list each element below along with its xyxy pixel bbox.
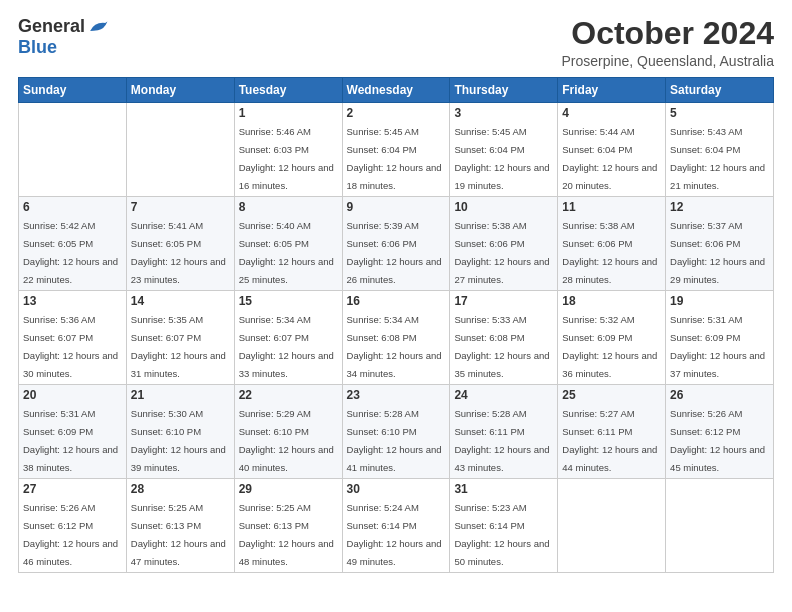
day-sunrise: Sunrise: 5:45 AM	[347, 126, 419, 137]
table-row: 2 Sunrise: 5:45 AM Sunset: 6:04 PM Dayli…	[342, 103, 450, 197]
header-tuesday: Tuesday	[234, 78, 342, 103]
day-sunrise: Sunrise: 5:45 AM	[454, 126, 526, 137]
day-sunrise: Sunrise: 5:37 AM	[670, 220, 742, 231]
day-sunset: Sunset: 6:03 PM	[239, 144, 309, 155]
day-daylight: Daylight: 12 hours and 21 minutes.	[670, 162, 765, 191]
table-row: 13 Sunrise: 5:36 AM Sunset: 6:07 PM Dayl…	[19, 291, 127, 385]
table-row: 29 Sunrise: 5:25 AM Sunset: 6:13 PM Dayl…	[234, 479, 342, 573]
day-sunset: Sunset: 6:09 PM	[562, 332, 632, 343]
day-sunrise: Sunrise: 5:42 AM	[23, 220, 95, 231]
day-sunrise: Sunrise: 5:25 AM	[131, 502, 203, 513]
day-number: 1	[239, 106, 338, 120]
day-number: 18	[562, 294, 661, 308]
table-row: 30 Sunrise: 5:24 AM Sunset: 6:14 PM Dayl…	[342, 479, 450, 573]
table-row: 31 Sunrise: 5:23 AM Sunset: 6:14 PM Dayl…	[450, 479, 558, 573]
header-wednesday: Wednesday	[342, 78, 450, 103]
day-number: 23	[347, 388, 446, 402]
title-block: October 2024 Proserpine, Queensland, Aus…	[562, 16, 774, 69]
day-number: 29	[239, 482, 338, 496]
table-row: 24 Sunrise: 5:28 AM Sunset: 6:11 PM Dayl…	[450, 385, 558, 479]
week-row-1: 1 Sunrise: 5:46 AM Sunset: 6:03 PM Dayli…	[19, 103, 774, 197]
day-daylight: Daylight: 12 hours and 38 minutes.	[23, 444, 118, 473]
day-daylight: Daylight: 12 hours and 29 minutes.	[670, 256, 765, 285]
day-sunset: Sunset: 6:09 PM	[670, 332, 740, 343]
day-number: 9	[347, 200, 446, 214]
day-sunrise: Sunrise: 5:25 AM	[239, 502, 311, 513]
table-row	[19, 103, 127, 197]
day-number: 25	[562, 388, 661, 402]
day-sunset: Sunset: 6:14 PM	[347, 520, 417, 531]
day-daylight: Daylight: 12 hours and 27 minutes.	[454, 256, 549, 285]
day-number: 31	[454, 482, 553, 496]
day-sunset: Sunset: 6:14 PM	[454, 520, 524, 531]
day-daylight: Daylight: 12 hours and 44 minutes.	[562, 444, 657, 473]
header-sunday: Sunday	[19, 78, 127, 103]
table-row	[558, 479, 666, 573]
table-row: 22 Sunrise: 5:29 AM Sunset: 6:10 PM Dayl…	[234, 385, 342, 479]
day-number: 13	[23, 294, 122, 308]
day-daylight: Daylight: 12 hours and 36 minutes.	[562, 350, 657, 379]
day-daylight: Daylight: 12 hours and 22 minutes.	[23, 256, 118, 285]
day-sunset: Sunset: 6:05 PM	[131, 238, 201, 249]
day-sunrise: Sunrise: 5:35 AM	[131, 314, 203, 325]
day-sunset: Sunset: 6:08 PM	[454, 332, 524, 343]
day-sunrise: Sunrise: 5:28 AM	[347, 408, 419, 419]
day-sunrise: Sunrise: 5:26 AM	[23, 502, 95, 513]
table-row: 20 Sunrise: 5:31 AM Sunset: 6:09 PM Dayl…	[19, 385, 127, 479]
table-row: 6 Sunrise: 5:42 AM Sunset: 6:05 PM Dayli…	[19, 197, 127, 291]
day-sunset: Sunset: 6:11 PM	[562, 426, 632, 437]
day-sunrise: Sunrise: 5:44 AM	[562, 126, 634, 137]
day-sunset: Sunset: 6:08 PM	[347, 332, 417, 343]
day-daylight: Daylight: 12 hours and 25 minutes.	[239, 256, 334, 285]
logo-general-text: General	[18, 16, 85, 37]
day-number: 3	[454, 106, 553, 120]
table-row: 12 Sunrise: 5:37 AM Sunset: 6:06 PM Dayl…	[666, 197, 774, 291]
day-sunset: Sunset: 6:04 PM	[562, 144, 632, 155]
day-sunrise: Sunrise: 5:31 AM	[670, 314, 742, 325]
day-sunrise: Sunrise: 5:26 AM	[670, 408, 742, 419]
day-sunset: Sunset: 6:06 PM	[670, 238, 740, 249]
table-row: 16 Sunrise: 5:34 AM Sunset: 6:08 PM Dayl…	[342, 291, 450, 385]
day-sunset: Sunset: 6:04 PM	[347, 144, 417, 155]
logo-blue-text: Blue	[18, 37, 57, 58]
day-sunrise: Sunrise: 5:41 AM	[131, 220, 203, 231]
day-number: 26	[670, 388, 769, 402]
day-daylight: Daylight: 12 hours and 16 minutes.	[239, 162, 334, 191]
day-sunset: Sunset: 6:10 PM	[239, 426, 309, 437]
table-row: 26 Sunrise: 5:26 AM Sunset: 6:12 PM Dayl…	[666, 385, 774, 479]
week-row-3: 13 Sunrise: 5:36 AM Sunset: 6:07 PM Dayl…	[19, 291, 774, 385]
day-number: 28	[131, 482, 230, 496]
day-sunset: Sunset: 6:04 PM	[670, 144, 740, 155]
week-row-2: 6 Sunrise: 5:42 AM Sunset: 6:05 PM Dayli…	[19, 197, 774, 291]
day-daylight: Daylight: 12 hours and 31 minutes.	[131, 350, 226, 379]
day-sunset: Sunset: 6:13 PM	[239, 520, 309, 531]
day-sunrise: Sunrise: 5:40 AM	[239, 220, 311, 231]
day-sunrise: Sunrise: 5:30 AM	[131, 408, 203, 419]
day-daylight: Daylight: 12 hours and 28 minutes.	[562, 256, 657, 285]
day-sunrise: Sunrise: 5:33 AM	[454, 314, 526, 325]
table-row: 1 Sunrise: 5:46 AM Sunset: 6:03 PM Dayli…	[234, 103, 342, 197]
day-daylight: Daylight: 12 hours and 40 minutes.	[239, 444, 334, 473]
day-number: 21	[131, 388, 230, 402]
day-number: 19	[670, 294, 769, 308]
day-daylight: Daylight: 12 hours and 33 minutes.	[239, 350, 334, 379]
table-row: 14 Sunrise: 5:35 AM Sunset: 6:07 PM Dayl…	[126, 291, 234, 385]
day-sunset: Sunset: 6:12 PM	[23, 520, 93, 531]
day-daylight: Daylight: 12 hours and 48 minutes.	[239, 538, 334, 567]
table-row: 25 Sunrise: 5:27 AM Sunset: 6:11 PM Dayl…	[558, 385, 666, 479]
day-daylight: Daylight: 12 hours and 18 minutes.	[347, 162, 442, 191]
logo-bird-icon	[87, 18, 109, 36]
day-number: 30	[347, 482, 446, 496]
day-number: 5	[670, 106, 769, 120]
day-daylight: Daylight: 12 hours and 19 minutes.	[454, 162, 549, 191]
day-sunrise: Sunrise: 5:28 AM	[454, 408, 526, 419]
header-friday: Friday	[558, 78, 666, 103]
day-sunrise: Sunrise: 5:39 AM	[347, 220, 419, 231]
day-sunrise: Sunrise: 5:23 AM	[454, 502, 526, 513]
week-row-4: 20 Sunrise: 5:31 AM Sunset: 6:09 PM Dayl…	[19, 385, 774, 479]
day-sunrise: Sunrise: 5:34 AM	[239, 314, 311, 325]
table-row: 15 Sunrise: 5:34 AM Sunset: 6:07 PM Dayl…	[234, 291, 342, 385]
day-sunset: Sunset: 6:10 PM	[131, 426, 201, 437]
day-sunrise: Sunrise: 5:31 AM	[23, 408, 95, 419]
day-daylight: Daylight: 12 hours and 30 minutes.	[23, 350, 118, 379]
